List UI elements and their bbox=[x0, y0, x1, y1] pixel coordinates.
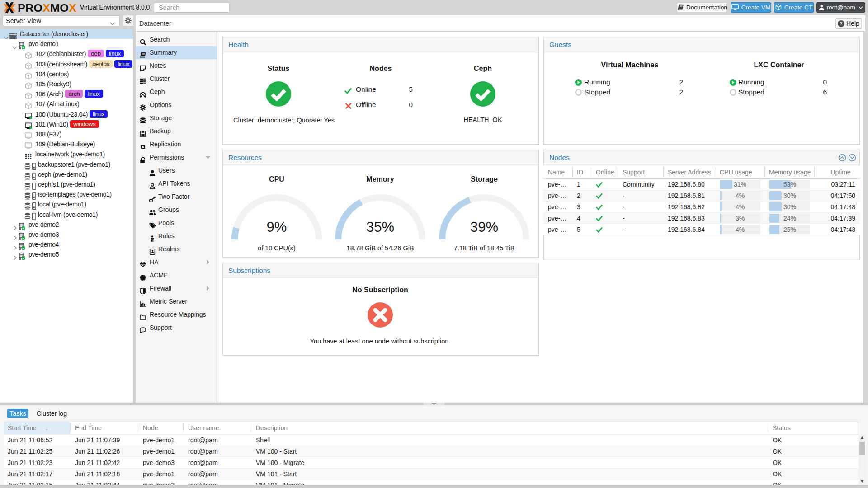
svg-text:?: ? bbox=[840, 21, 843, 26]
